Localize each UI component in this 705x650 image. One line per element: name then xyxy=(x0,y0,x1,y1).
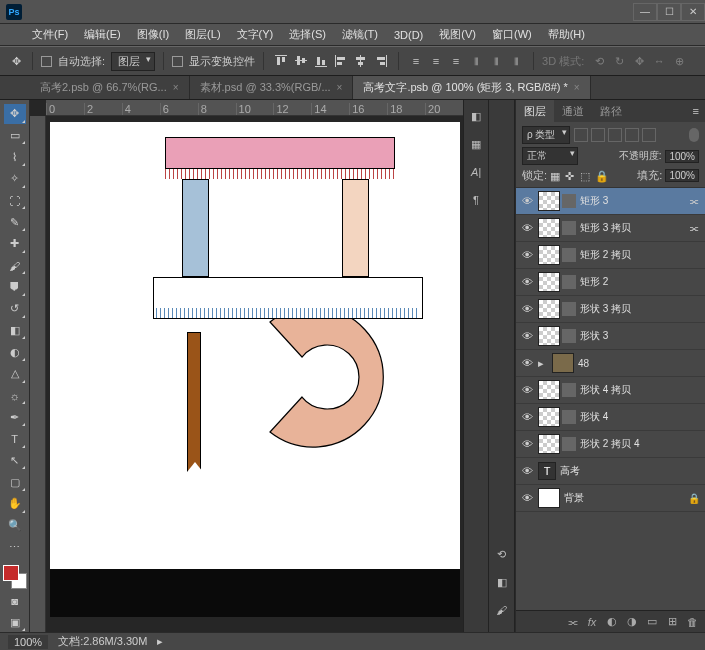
layer-row[interactable]: 👁▸48 xyxy=(516,350,705,377)
menu-image[interactable]: 图像(I) xyxy=(133,25,173,44)
align-left-icon[interactable] xyxy=(332,52,350,70)
opacity-input[interactable]: 100% xyxy=(665,150,699,163)
layer-name[interactable]: 矩形 2 拷贝 xyxy=(580,248,701,262)
panel-menu-icon[interactable]: ≡ xyxy=(687,105,705,117)
lock-pixels-icon[interactable]: ▦ xyxy=(550,170,562,182)
visibility-icon[interactable]: 👁 xyxy=(520,302,534,316)
layer-name[interactable]: 矩形 3 拷贝 xyxy=(580,221,683,235)
layer-name[interactable]: 48 xyxy=(578,358,701,369)
filter-shape-icon[interactable] xyxy=(625,128,639,142)
dodge-tool[interactable]: ☼ xyxy=(4,386,26,406)
fill-input[interactable]: 100% xyxy=(665,169,699,182)
layer-name[interactable]: 形状 2 拷贝 4 xyxy=(580,437,701,451)
group-icon[interactable]: ▭ xyxy=(645,615,659,629)
layer-row[interactable]: 👁形状 2 拷贝 4 xyxy=(516,431,705,458)
menu-layer[interactable]: 图层(L) xyxy=(181,25,224,44)
minimize-button[interactable]: — xyxy=(633,3,657,21)
eraser-tool[interactable]: ◧ xyxy=(4,321,26,341)
layer-row[interactable]: 👁矩形 2 xyxy=(516,269,705,296)
quickmask-tool[interactable]: ◙ xyxy=(4,591,26,611)
brush-tool[interactable]: 🖌 xyxy=(4,256,26,276)
menu-select[interactable]: 选择(S) xyxy=(285,25,330,44)
visibility-icon[interactable]: 👁 xyxy=(520,383,534,397)
visibility-icon[interactable]: 👁 xyxy=(520,410,534,424)
visibility-icon[interactable]: 👁 xyxy=(520,329,534,343)
menu-edit[interactable]: 编辑(E) xyxy=(80,25,125,44)
visibility-icon[interactable]: 👁 xyxy=(520,491,534,505)
lock-artboard-icon[interactable]: ⬚ xyxy=(580,170,592,182)
lock-position-icon[interactable]: ✜ xyxy=(565,170,577,182)
filter-adj-icon[interactable] xyxy=(591,128,605,142)
lasso-tool[interactable]: ⌇ xyxy=(4,147,26,167)
wand-tool[interactable]: ✧ xyxy=(4,169,26,189)
layer-row[interactable]: 👁形状 4 拷贝 xyxy=(516,377,705,404)
swatches-panel-icon[interactable]: ▦ xyxy=(466,134,486,154)
dist-vcenter-icon[interactable]: ≡ xyxy=(427,52,445,70)
heal-tool[interactable]: ✚ xyxy=(4,234,26,254)
new-layer-icon[interactable]: ⊞ xyxy=(665,615,679,629)
gradient-tool[interactable]: ◐ xyxy=(4,342,26,362)
fg-color[interactable] xyxy=(3,565,19,581)
filter-type-icon[interactable] xyxy=(608,128,622,142)
close-button[interactable]: ✕ xyxy=(681,3,705,21)
visibility-icon[interactable]: 👁 xyxy=(520,464,534,478)
layer-filter-kind[interactable]: ρ 类型 xyxy=(522,126,570,144)
dist-bottom-icon[interactable]: ≡ xyxy=(447,52,465,70)
eyedrop-tool[interactable]: ✎ xyxy=(4,212,26,232)
menu-window[interactable]: 窗口(W) xyxy=(488,25,536,44)
align-vcenter-icon[interactable] xyxy=(292,52,310,70)
close-icon[interactable]: × xyxy=(337,82,343,93)
history-panel-icon[interactable]: ⟲ xyxy=(492,544,512,564)
dist-left-icon[interactable]: ⫴ xyxy=(467,52,485,70)
zoom-tool[interactable]: 🔍 xyxy=(4,516,26,536)
tab-layers[interactable]: 图层 xyxy=(516,100,554,123)
mask-icon[interactable]: ◐ xyxy=(605,615,619,629)
folder-arrow-icon[interactable]: ▸ xyxy=(538,357,548,370)
layer-row[interactable]: 👁T高考 xyxy=(516,458,705,485)
props-panel-icon[interactable]: ◧ xyxy=(492,572,512,592)
type-tool[interactable]: T xyxy=(4,429,26,449)
maximize-button[interactable]: ☐ xyxy=(657,3,681,21)
layer-row[interactable]: 👁形状 3 拷贝 xyxy=(516,296,705,323)
fx-icon[interactable]: fx xyxy=(585,615,599,629)
align-bottom-icon[interactable] xyxy=(312,52,330,70)
filter-toggle[interactable] xyxy=(689,128,699,142)
lock-all-icon[interactable]: 🔒 xyxy=(595,170,607,182)
history-tool[interactable]: ↺ xyxy=(4,299,26,319)
filter-pixel-icon[interactable] xyxy=(574,128,588,142)
layer-name[interactable]: 形状 4 拷贝 xyxy=(580,383,701,397)
doc-tab-1[interactable]: 高考2.psb @ 66.7%(RG...× xyxy=(30,76,190,99)
align-hcenter-icon[interactable] xyxy=(352,52,370,70)
layer-name[interactable]: 矩形 2 xyxy=(580,275,701,289)
close-icon[interactable]: × xyxy=(173,82,179,93)
visibility-icon[interactable]: 👁 xyxy=(520,194,534,208)
dist-hcenter-icon[interactable]: ⫴ xyxy=(487,52,505,70)
stamp-tool[interactable]: ⛊ xyxy=(4,277,26,297)
auto-select-mode[interactable]: 图层 xyxy=(111,52,155,71)
color-swatches[interactable] xyxy=(3,565,27,589)
doc-tab-2[interactable]: 素材.psd @ 33.3%(RGB/...× xyxy=(190,76,354,99)
edit-toolbar[interactable]: ⋯ xyxy=(4,537,26,557)
visibility-icon[interactable]: 👁 xyxy=(520,356,534,370)
layer-name[interactable]: 矩形 3 xyxy=(580,194,683,208)
menu-view[interactable]: 视图(V) xyxy=(435,25,480,44)
tab-paths[interactable]: 路径 xyxy=(592,100,630,123)
layer-row[interactable]: 👁矩形 2 拷贝 xyxy=(516,242,705,269)
close-icon[interactable]: × xyxy=(574,82,580,93)
link-layers-icon[interactable]: ⫘ xyxy=(565,615,579,629)
align-right-icon[interactable] xyxy=(372,52,390,70)
path-tool[interactable]: ↖ xyxy=(4,451,26,471)
layer-row[interactable]: 👁形状 4 xyxy=(516,404,705,431)
shape-tool[interactable]: ▢ xyxy=(4,472,26,492)
dist-right-icon[interactable]: ⫴ xyxy=(507,52,525,70)
layer-name[interactable]: 背景 xyxy=(564,491,683,505)
layer-row[interactable]: 👁形状 3 xyxy=(516,323,705,350)
visibility-icon[interactable]: 👁 xyxy=(520,248,534,262)
paragraph-panel-icon[interactable]: ¶ xyxy=(466,190,486,210)
crop-tool[interactable]: ⛶ xyxy=(4,191,26,211)
layer-row[interactable]: 👁矩形 3⫘ xyxy=(516,188,705,215)
doc-tab-3[interactable]: 高考文字.psb @ 100% (矩形 3, RGB/8#) *× xyxy=(353,76,590,99)
auto-select-checkbox[interactable] xyxy=(41,56,52,67)
blur-tool[interactable]: △ xyxy=(4,364,26,384)
marquee-tool[interactable]: ▭ xyxy=(4,126,26,146)
